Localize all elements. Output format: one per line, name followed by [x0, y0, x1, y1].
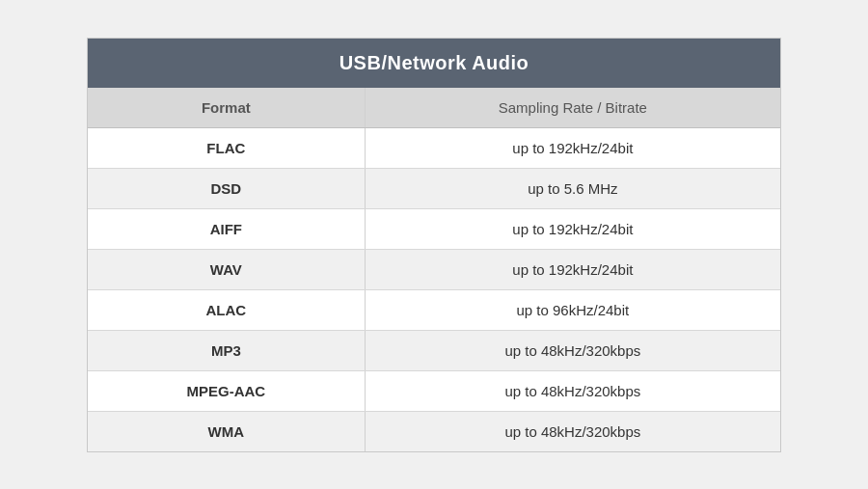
format-cell: ALAC — [88, 289, 365, 330]
format-cell: WAV — [88, 249, 365, 289]
rate-cell: up to 48kHz/320kbps — [365, 330, 780, 370]
column-header-format: Format — [88, 88, 365, 128]
rate-cell: up to 48kHz/320kbps — [365, 411, 780, 451]
table-row: MPEG-AACup to 48kHz/320kbps — [88, 370, 780, 411]
format-cell: MPEG-AAC — [88, 370, 365, 411]
rate-cell: up to 192kHz/24bit — [365, 249, 780, 289]
rate-cell: up to 192kHz/24bit — [365, 127, 780, 168]
table-row: MP3up to 48kHz/320kbps — [88, 330, 780, 370]
table-subheader-row: Format Sampling Rate / Bitrate — [88, 88, 780, 128]
format-cell: WMA — [88, 411, 365, 451]
table-row: FLACup to 192kHz/24bit — [88, 127, 780, 168]
column-header-rate: Sampling Rate / Bitrate — [365, 88, 780, 128]
format-cell: FLAC — [88, 127, 365, 168]
rate-cell: up to 5.6 MHz — [365, 168, 780, 208]
rate-cell: up to 192kHz/24bit — [365, 208, 780, 249]
format-cell: DSD — [88, 168, 365, 208]
table-row: WMAup to 48kHz/320kbps — [88, 411, 780, 451]
format-cell: AIFF — [88, 208, 365, 249]
table-row: WAVup to 192kHz/24bit — [88, 249, 780, 289]
table-row: ALACup to 96kHz/24bit — [88, 289, 780, 330]
rate-cell: up to 48kHz/320kbps — [365, 370, 780, 411]
audio-format-table: USB/Network Audio Format Sampling Rate /… — [87, 38, 781, 452]
rate-cell: up to 96kHz/24bit — [365, 289, 780, 330]
format-cell: MP3 — [88, 330, 365, 370]
table-row: AIFFup to 192kHz/24bit — [88, 208, 780, 249]
table-row: DSDup to 5.6 MHz — [88, 168, 780, 208]
table-title: USB/Network Audio — [88, 39, 780, 88]
table-header-row: USB/Network Audio — [88, 39, 780, 88]
